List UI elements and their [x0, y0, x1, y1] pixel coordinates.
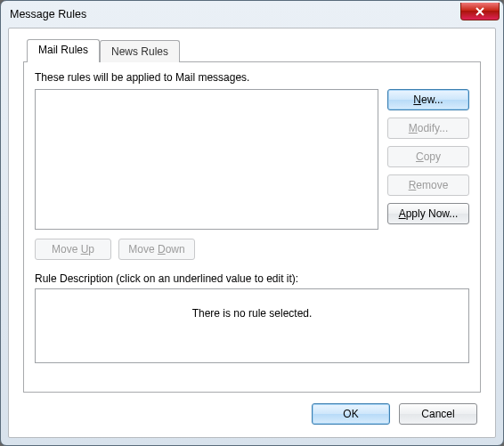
rules-row: New... Modify... Copy Remove Apply Now..…: [35, 89, 469, 230]
close-icon: [475, 7, 485, 16]
close-button[interactable]: [460, 3, 500, 20]
apply-now-button[interactable]: Apply Now...: [387, 203, 469, 224]
move-down-button: Move Down: [118, 239, 195, 260]
description-box: There is no rule selected.: [35, 288, 469, 363]
rules-listbox[interactable]: [35, 89, 378, 230]
window-title: Message Rules: [10, 8, 460, 20]
description-label: Rule Description (click on an underlined…: [35, 272, 469, 285]
tabstrip: Mail Rules News Rules: [27, 39, 481, 62]
remove-button: Remove: [387, 174, 469, 196]
no-rule-text: There is no rule selected.: [192, 307, 313, 320]
dialog-footer: OK Cancel: [23, 403, 481, 425]
modify-button: Modify...: [387, 118, 469, 139]
client-area: Mail Rules News Rules These rules will b…: [8, 28, 496, 438]
tab-mail-rules[interactable]: Mail Rules: [27, 39, 100, 62]
side-button-column: New... Modify... Copy Remove Apply Now..…: [387, 89, 469, 230]
ok-button[interactable]: OK: [312, 403, 390, 425]
move-row: Move Up Move Down: [35, 239, 469, 260]
apply-description: These rules will be applied to Mail mess…: [35, 71, 469, 84]
new-button[interactable]: New...: [387, 89, 469, 110]
cancel-button[interactable]: Cancel: [399, 403, 477, 425]
copy-button: Copy: [387, 146, 469, 167]
dialog-window: Message Rules Mail Rules News Rules Thes…: [0, 0, 504, 446]
move-up-button: Move Up: [35, 239, 111, 260]
tab-news-rules[interactable]: News Rules: [100, 40, 180, 62]
titlebar: Message Rules: [1, 1, 503, 28]
tab-panel: These rules will be applied to Mail mess…: [23, 61, 481, 393]
